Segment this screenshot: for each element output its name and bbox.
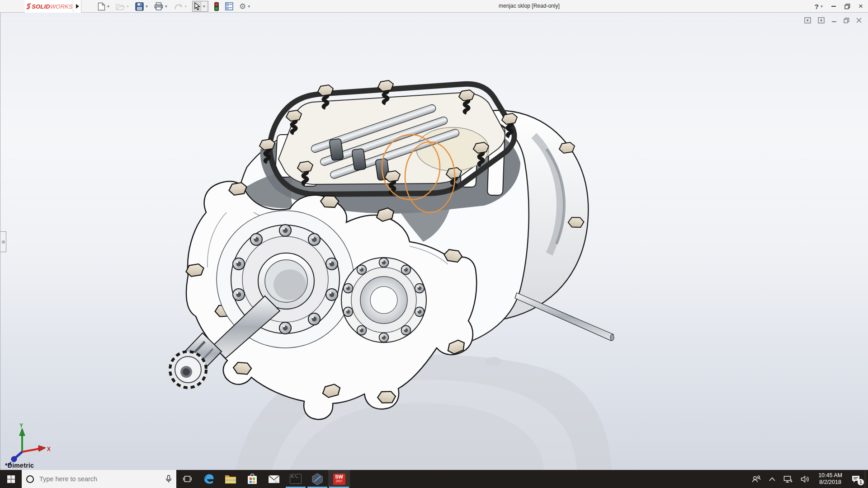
clock-time: 10:45 AM xyxy=(818,472,842,479)
taskbar-app-edge[interactable] xyxy=(198,470,220,488)
options-gear-button[interactable]: ⚙ xyxy=(239,2,246,11)
people-button[interactable] xyxy=(748,470,765,488)
select-tool-dropdown[interactable]: ▼ xyxy=(201,1,207,11)
save-button[interactable] xyxy=(135,2,144,11)
file-properties-button[interactable] xyxy=(225,2,233,11)
people-icon xyxy=(752,475,761,483)
composer-hexagon-icon xyxy=(311,473,323,485)
new-document-dropdown[interactable]: ▼ xyxy=(106,5,110,9)
chevron-up-icon xyxy=(769,477,775,481)
system-tray: 10:45 AM 8/2/2018 1 xyxy=(748,470,868,488)
triad-y-label: Y xyxy=(19,422,23,429)
edge-icon xyxy=(203,473,215,485)
solidworks-2017-icon: SW 2017 xyxy=(333,474,345,485)
select-tool-button[interactable]: ▼ xyxy=(192,1,208,12)
taskbar-app-mail[interactable] xyxy=(263,470,285,488)
store-icon xyxy=(247,474,258,485)
restore-button[interactable] xyxy=(844,3,851,10)
command-prompt-icon: C:\_ xyxy=(290,474,302,484)
app-titlebar: SOLIDWORKS ▼ ▼ ▼ ▼ ▼ ▼ xyxy=(0,0,868,13)
select-cursor-icon xyxy=(193,2,201,10)
start-button[interactable] xyxy=(0,470,22,488)
task-view-icon xyxy=(183,475,192,483)
volume-button[interactable] xyxy=(797,470,814,488)
secondary-flange[interactable] xyxy=(341,258,426,343)
help-button[interactable]: ?▼ xyxy=(815,3,824,10)
undo-dropdown[interactable]: ▼ xyxy=(184,5,188,9)
action-center-button[interactable]: 1 xyxy=(847,470,865,488)
speaker-icon xyxy=(801,475,810,483)
show-desktop-button[interactable] xyxy=(865,470,868,488)
document-title: menjac sklop [Read-only] xyxy=(499,3,560,9)
standard-toolbar: ▼ ▼ ▼ ▼ ▼ ▼ ⚙ ▼ xyxy=(95,0,251,13)
graphics-viewport[interactable]: Y X *Dimetric xyxy=(0,13,868,470)
taskbar-app-store[interactable] xyxy=(241,470,263,488)
triad-x-label: X xyxy=(47,446,51,452)
windows-logo-icon xyxy=(7,475,15,483)
file-explorer-icon xyxy=(225,474,236,484)
open-button[interactable] xyxy=(116,2,125,11)
print-dropdown[interactable]: ▼ xyxy=(164,5,168,9)
options-dropdown[interactable]: ▼ xyxy=(247,5,251,9)
taskbar-app-command-prompt[interactable]: C:\_ xyxy=(285,470,307,488)
orientation-triad: Y X xyxy=(8,422,51,465)
output-rod[interactable] xyxy=(515,293,614,341)
undo-button[interactable] xyxy=(174,2,183,11)
open-dropdown[interactable]: ▼ xyxy=(126,5,130,9)
view-orientation-label: *Dimetric xyxy=(5,462,34,469)
microphone-icon[interactable] xyxy=(165,475,172,483)
cortana-icon xyxy=(26,475,34,483)
notification-badge: 1 xyxy=(858,479,864,485)
menu-expand-arrow[interactable] xyxy=(73,0,81,13)
brand-text: SOLIDWORKS xyxy=(32,3,73,10)
new-document-button[interactable] xyxy=(98,2,105,11)
taskbar-app-file-explorer[interactable] xyxy=(220,470,241,488)
clock-date: 8/2/2018 xyxy=(819,479,841,486)
solidworks-logo-icon xyxy=(25,2,32,10)
gearbox-3d-model[interactable]: Y X xyxy=(0,13,868,470)
taskbar-app-solidworks-2017[interactable]: SW 2017 xyxy=(328,470,350,488)
minimize-button[interactable] xyxy=(830,3,837,10)
taskbar-app-composer[interactable] xyxy=(307,470,328,488)
rebuild-traffic-light-button[interactable] xyxy=(214,2,219,11)
help-dropdown[interactable]: ▼ xyxy=(820,5,824,9)
task-view-button[interactable] xyxy=(176,470,198,488)
network-icon xyxy=(783,475,793,483)
network-button[interactable] xyxy=(779,470,797,488)
search-input[interactable] xyxy=(38,475,161,483)
mail-icon xyxy=(268,475,280,483)
print-button[interactable] xyxy=(154,2,163,11)
solidworks-logo: SOLIDWORKS xyxy=(25,0,73,13)
close-button[interactable]: × xyxy=(857,3,864,10)
windows-taskbar: C:\_ SW 2017 xyxy=(0,470,868,488)
tray-overflow-button[interactable] xyxy=(765,470,779,488)
taskbar-clock[interactable]: 10:45 AM 8/2/2018 xyxy=(814,470,847,488)
save-dropdown[interactable]: ▼ xyxy=(145,5,149,9)
taskbar-search[interactable] xyxy=(22,470,176,488)
